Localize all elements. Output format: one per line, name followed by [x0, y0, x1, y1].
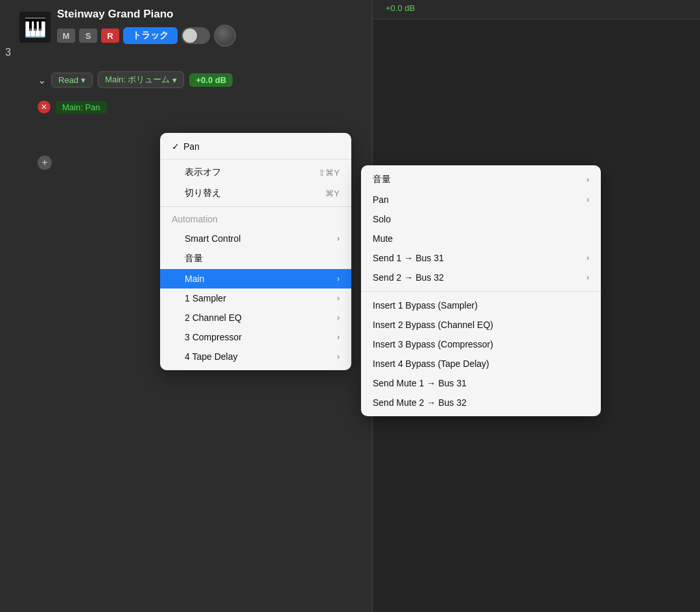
submenu-item-insert-4-bypass-tape-delay-[interactable]: Insert 4 Bypass (Tape Delay) [361, 354, 601, 373]
submenu-arrow-icon: › [337, 234, 340, 243]
menu-item-切り替え[interactable]: 切り替え⌘Y [160, 183, 351, 204]
submenu-item-label: Send 1 → Bus 31 [373, 253, 444, 263]
submenu-item-label: 音量 [373, 174, 391, 185]
submenu-item-label: Insert 2 Bypass (Channel EQ) [373, 320, 493, 330]
menu-item-label: 切り替え [185, 187, 312, 199]
submenu-item-label: Send Mute 2 → Bus 32 [373, 397, 467, 408]
track-icon: 🎹 [19, 12, 51, 43]
submenu-item-label: Insert 4 Bypass (Tape Delay) [373, 359, 489, 369]
submenu-item-label: Send Mute 1 → Bus 31 [373, 378, 467, 388]
submenu-arrow-icon: › [337, 333, 340, 342]
submenu-item-label: Send 2 → Bus 32 [373, 272, 444, 283]
menu-separator [160, 206, 351, 207]
submenu-arrow-icon: › [587, 273, 589, 282]
chevron-down-icon: ▾ [81, 75, 86, 85]
submenu: 音量›Pan›SoloMuteSend 1 → Bus 31›Send 2 → … [361, 165, 601, 416]
submenu-item-label: Pan [373, 194, 389, 205]
menu-item-label: 音量 [185, 253, 340, 265]
submenu-item-label: Insert 1 Bypass (Sampler) [373, 300, 478, 311]
menu-item-label: 1 Sampler [185, 293, 337, 303]
automation-param-dropdown[interactable]: Main: ボリューム ▾ [98, 71, 184, 88]
submenu-item-send-mute-2-bus-32[interactable]: Send Mute 2 → Bus 32 [361, 393, 601, 412]
submenu-item-send-2-bus-32[interactable]: Send 2 → Bus 32› [361, 268, 601, 287]
shortcut-label: ⌘Y [325, 189, 340, 198]
submenu-separator [361, 291, 601, 292]
submenu-arrow-icon: › [337, 294, 340, 303]
checkmark-icon: ✓ [172, 141, 180, 152]
menu-item-label: 表示オフ [185, 167, 305, 178]
submenu-item-insert-1-bypass-sampler-[interactable]: Insert 1 Bypass (Sampler) [361, 296, 601, 315]
submenu-arrow-icon: › [337, 274, 340, 283]
menu-item-pan[interactable]: ✓Pan [160, 137, 351, 156]
read-label: Read [58, 75, 78, 85]
volume-indicator: +0.0 dB [386, 3, 415, 13]
submenu-item-insert-2-bypass-channel-eq-[interactable]: Insert 2 Bypass (Channel EQ) [361, 315, 601, 335]
menu-item-3-compressor[interactable]: 3 Compressor› [160, 327, 351, 347]
menu-item-音量[interactable]: 音量 [160, 248, 351, 269]
close-automation-button[interactable]: ✕ [38, 100, 51, 113]
add-lane-area: + [38, 156, 52, 170]
menu-item-4-tape-delay[interactable]: 4 Tape Delay› [160, 347, 351, 366]
menu-item-1-sampler[interactable]: 1 Sampler› [160, 288, 351, 308]
submenu-item-send-mute-1-bus-31[interactable]: Send Mute 1 → Bus 31 [361, 373, 601, 393]
automation-param-label: Main: ボリューム [105, 74, 170, 86]
submenu-item-send-1-bus-31[interactable]: Send 1 → Bus 31› [361, 248, 601, 268]
submenu-arrow-icon: › [587, 195, 589, 204]
submenu-arrow-icon: › [337, 313, 340, 322]
menu-item-main[interactable]: Main› [160, 269, 351, 288]
menu-item-label: Main [185, 274, 337, 284]
track-type-button[interactable]: トラック [123, 27, 178, 44]
instrument-icon: 🎹 [24, 17, 47, 38]
submenu-item-insert-3-bypass-compressor-[interactable]: Insert 3 Bypass (Compressor) [361, 335, 601, 354]
submenu-arrow-icon: › [587, 175, 589, 184]
grid-header [373, 0, 700, 19]
track-top-row: 🎹 Steinway Grand Piano M S R トラック [19, 8, 372, 47]
submenu-item-mute[interactable]: Mute [361, 229, 601, 248]
menu-item-smart-control[interactable]: Smart Control› [160, 229, 351, 248]
chevron-button[interactable]: ⌄ [38, 74, 46, 86]
track-toggle[interactable] [181, 27, 210, 44]
submenu-arrow-icon: › [587, 253, 589, 263]
menu-separator [160, 159, 351, 159]
track-knob[interactable] [214, 25, 236, 47]
volume-display: +0.0 dB [189, 73, 233, 87]
submenu-item-音量[interactable]: 音量› [361, 169, 601, 190]
submenu-arrow-icon: › [337, 352, 340, 361]
solo-button[interactable]: S [79, 29, 97, 43]
track-controls: M S R トラック [57, 25, 236, 47]
menu-item-label: 4 Tape Delay [185, 351, 337, 362]
record-button[interactable]: R [101, 29, 119, 43]
menu-item-label: 2 Channel EQ [185, 312, 337, 323]
submenu-item-label: Mute [373, 233, 393, 244]
automation-lane: ✕ Main: Pan [38, 100, 107, 113]
submenu-item-label: Insert 3 Bypass (Compressor) [373, 339, 493, 349]
menu-item-表示オフ[interactable]: 表示オフ⇧⌘Y [160, 162, 351, 183]
submenu-item-solo[interactable]: Solo [361, 209, 601, 229]
pan-label: Main: Pan [56, 101, 107, 113]
add-lane-button[interactable]: + [38, 156, 52, 170]
read-dropdown[interactable]: Read ▾ [51, 73, 93, 88]
menu-item-label: 3 Compressor [185, 332, 337, 342]
menu-section-label: Automation [160, 209, 351, 229]
primary-context-menu: ✓Pan表示オフ⇧⌘Y切り替え⌘YAutomationSmart Control… [160, 133, 351, 370]
chevron-down-icon2: ▾ [172, 75, 177, 85]
submenu-item-label: Solo [373, 214, 391, 224]
shortcut-label: ⇧⌘Y [318, 168, 340, 178]
track-second-row: ⌄ Read ▾ Main: ボリューム ▾ +0.0 dB [38, 71, 233, 88]
menu-item-2-channel-eq[interactable]: 2 Channel EQ› [160, 308, 351, 327]
menu-item-label: Smart Control [185, 233, 337, 244]
mute-button[interactable]: M [57, 29, 75, 43]
track-name-section: Steinway Grand Piano M S R トラック [57, 8, 236, 47]
track-name: Steinway Grand Piano [57, 8, 236, 21]
menu-item-label: Pan [183, 141, 340, 152]
submenu-item-pan[interactable]: Pan› [361, 190, 601, 209]
track-number: 3 [5, 47, 11, 58]
